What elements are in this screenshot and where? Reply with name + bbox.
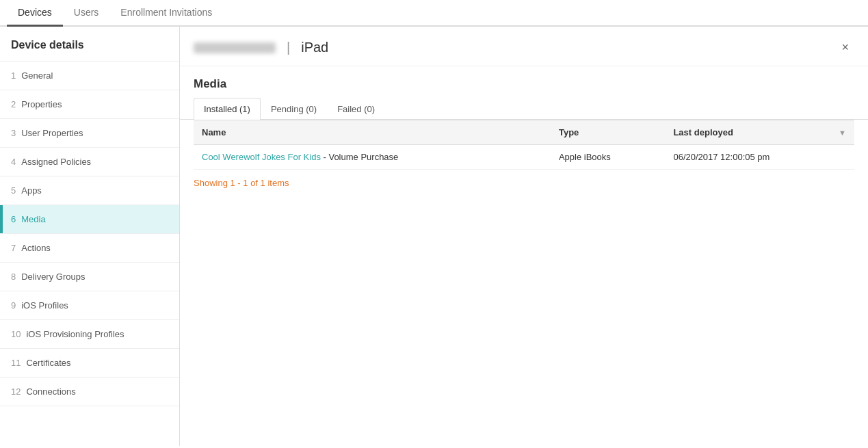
sub-tabs: Installed (1) Pending (0) Failed (0) — [180, 98, 868, 120]
sidebar-item-label-connections: Connections — [26, 386, 75, 397]
sidebar-item-num-2: 2 — [11, 99, 16, 109]
sub-tab-pending[interactable]: Pending (0) — [261, 98, 327, 120]
top-nav: Devices Users Enrollment Invitations — [0, 0, 868, 27]
sidebar-item-label-user-properties: User Properties — [21, 128, 83, 138]
sidebar-item-media[interactable]: 6 Media — [0, 205, 179, 234]
sidebar-item-label-properties: Properties — [21, 99, 62, 109]
sort-icon: ▼ — [839, 129, 846, 137]
device-header: | iPad × — [180, 27, 868, 66]
tab-enrollment-invitations[interactable]: Enrollment Invitations — [109, 0, 223, 27]
sidebar-item-label-ios-provisioning-profiles: iOS Provisioning Profiles — [26, 329, 124, 339]
sidebar-item-num-10: 10 — [11, 329, 21, 339]
table-wrapper: Name Type Last deployed ▼ — [180, 120, 868, 170]
sidebar-item-label-apps: Apps — [21, 185, 42, 196]
sidebar-item-ios-provisioning-profiles[interactable]: 10 iOS Provisioning Profiles — [0, 320, 179, 349]
section-title: Media — [180, 66, 868, 98]
sidebar-item-label-certificates: Certificates — [26, 358, 70, 368]
sidebar-item-num-1: 1 — [11, 70, 16, 81]
sidebar-item-num-4: 4 — [11, 157, 16, 167]
sidebar-item-connections[interactable]: 12 Connections — [0, 378, 179, 406]
showing-suffix: items — [265, 178, 289, 188]
sidebar-item-num-3: 3 — [11, 128, 16, 138]
sidebar-item-apps[interactable]: 5 Apps — [0, 176, 179, 205]
sidebar-item-properties[interactable]: 2 Properties — [0, 90, 179, 119]
sidebar-item-num-8: 8 — [11, 272, 16, 282]
device-type: iPad — [301, 40, 328, 55]
cell-last-deployed: 06/20/2017 12:00:05 pm — [665, 145, 854, 170]
sidebar-item-label-ios-profiles: iOS Profiles — [21, 300, 68, 311]
sidebar-title: Device details — [0, 27, 179, 62]
showing-range-start: 1 — [230, 178, 235, 188]
sidebar-item-general[interactable]: 1 General — [0, 62, 179, 90]
media-table: Name Type Last deployed ▼ — [194, 120, 854, 170]
sidebar-item-label-media: Media — [21, 214, 45, 224]
sidebar-item-assigned-policies[interactable]: 4 Assigned Policies — [0, 148, 179, 176]
media-name-suffix: - Volume Purchase — [321, 152, 398, 162]
sidebar-item-num-12: 12 — [11, 386, 21, 397]
sub-tab-installed[interactable]: Installed (1) — [194, 98, 261, 120]
showing-of: of — [248, 178, 261, 188]
sidebar-item-label-assigned-policies: Assigned Policies — [21, 157, 91, 167]
col-header-type: Type — [551, 120, 665, 145]
sidebar-item-label-actions: Actions — [21, 243, 51, 253]
device-name-area: | iPad — [194, 40, 328, 55]
sidebar-item-delivery-groups[interactable]: 8 Delivery Groups — [0, 263, 179, 291]
cell-name: Cool Werewolf Jokes For Kids - Volume Pu… — [194, 145, 551, 170]
sidebar-item-label-general: General — [21, 70, 53, 81]
sidebar-item-num-5: 5 — [11, 185, 16, 196]
device-separator: | — [287, 40, 290, 55]
cell-type: Apple iBooks — [551, 145, 665, 170]
sidebar-item-num-7: 7 — [11, 243, 16, 253]
sidebar-item-certificates[interactable]: 11 Certificates — [0, 349, 179, 378]
sidebar-item-actions[interactable]: 7 Actions — [0, 234, 179, 263]
showing-prefix: Showing — [194, 178, 230, 188]
sidebar-item-ios-profiles[interactable]: 9 iOS Profiles — [0, 291, 179, 320]
col-header-name: Name — [194, 120, 551, 145]
showing-range-end: 1 — [243, 178, 248, 188]
sidebar-item-num-9: 9 — [11, 300, 16, 311]
media-name-link[interactable]: Cool Werewolf Jokes For Kids — [202, 152, 321, 162]
col-header-last-deployed[interactable]: Last deployed ▼ — [665, 120, 854, 145]
sidebar: Device details 1 General 2 Properties 3 … — [0, 27, 180, 446]
showing-total: 1 — [261, 178, 265, 188]
showing-dash: - — [235, 178, 244, 188]
sidebar-item-label-delivery-groups: Delivery Groups — [21, 272, 85, 282]
showing-text: Showing 1 - 1 of 1 items — [180, 170, 868, 196]
device-blurred-name — [194, 42, 276, 53]
sub-tab-failed[interactable]: Failed (0) — [327, 98, 385, 120]
table-row: Cool Werewolf Jokes For Kids - Volume Pu… — [194, 145, 854, 170]
sidebar-item-num-6: 6 — [11, 214, 16, 224]
main-layout: Device details 1 General 2 Properties 3 … — [0, 27, 868, 446]
tab-users[interactable]: Users — [63, 0, 110, 27]
sidebar-item-user-properties[interactable]: 3 User Properties — [0, 119, 179, 148]
close-button[interactable]: × — [836, 38, 854, 57]
content-area: | iPad × Media Installed (1) Pending (0)… — [180, 27, 868, 446]
sidebar-item-num-11: 11 — [11, 358, 21, 368]
tab-devices[interactable]: Devices — [7, 0, 63, 27]
